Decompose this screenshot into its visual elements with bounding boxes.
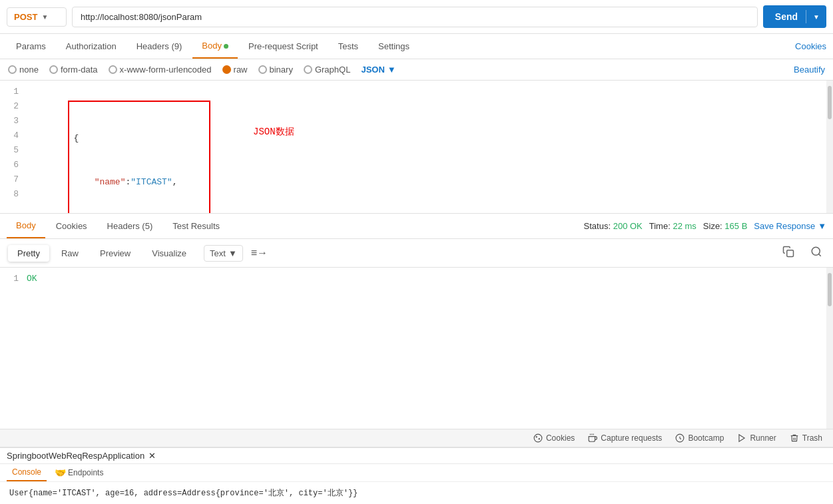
radio-none-label: none — [19, 65, 39, 75]
tab-headers[interactable]: Headers (9) — [127, 35, 192, 58]
copy-icon[interactable] — [780, 243, 797, 263]
tab-params[interactable]: Params — [7, 35, 55, 58]
response-tab-body[interactable]: Body — [7, 214, 45, 238]
top-bar: POST ▼ Send ▼ — [0, 0, 833, 34]
tab-tests[interactable]: Tests — [329, 35, 368, 58]
radio-form-data[interactable]: form-data — [49, 65, 98, 75]
svg-marker-10 — [739, 435, 744, 442]
format-raw[interactable]: Raw — [52, 245, 88, 262]
save-response-button[interactable]: Save Response ▼ — [754, 221, 826, 231]
editor-scrollbar-thumb[interactable] — [828, 86, 832, 119]
response-section: Body Cookies Headers (5) Test Results St… — [0, 214, 833, 429]
svg-point-1 — [812, 247, 820, 255]
bottom-cookies[interactable]: Cookies — [533, 433, 575, 443]
response-tab-testresults[interactable]: Test Results — [163, 214, 229, 238]
time-value: 22 ms — [673, 221, 696, 231]
code-lines: 12345678 { "name":"ITCAST", "age":16, "a… — [0, 81, 833, 214]
text-label: Text — [210, 248, 226, 258]
radio-form-data-circle — [49, 65, 58, 74]
bottom-runner[interactable]: Runner — [737, 433, 776, 443]
radio-binary[interactable]: binary — [258, 65, 293, 75]
console-output: User{name='ITCAST', age=16, address=Addr… — [0, 481, 833, 504]
radio-urlencoded-label: x-www-form-urlencoded — [120, 65, 212, 75]
app-name-label: SpringbootWebReqRespApplication — [7, 451, 144, 461]
request-tabs-bar: Params Authorization Headers (9) Body Pr… — [0, 34, 833, 59]
bottom-cookies-label: Cookies — [546, 433, 575, 443]
time-label: Time: 22 ms — [649, 221, 696, 231]
bottom-trash[interactable]: Trash — [790, 433, 822, 443]
bottom-bootcamp[interactable]: Bootcamp — [675, 433, 724, 443]
response-lines: 1 OK — [0, 268, 833, 290]
radio-raw-label: raw — [234, 65, 248, 75]
radio-urlencoded[interactable]: x-www-form-urlencoded — [109, 65, 212, 75]
size-label: Size: 165 B — [703, 221, 748, 231]
resp-line-numbers: 1 — [0, 272, 27, 286]
response-body: 1 OK — [0, 268, 833, 429]
bottom-trash-label: Trash — [802, 433, 822, 443]
format-preview[interactable]: Preview — [91, 245, 140, 262]
search-icon[interactable] — [808, 243, 825, 263]
send-button[interactable]: Send ▼ — [763, 5, 826, 28]
response-format-bar: Pretty Raw Preview Visualize Text ▼ ≡→ — [0, 239, 833, 268]
svg-point-4 — [536, 437, 537, 437]
url-input[interactable] — [72, 7, 758, 27]
radio-none[interactable]: none — [8, 65, 39, 75]
wrap-icon[interactable]: ≡→ — [251, 247, 268, 259]
editor-scrollbar[interactable] — [826, 81, 833, 213]
code-editor[interactable]: 12345678 { "name":"ITCAST", "age":16, "a… — [0, 81, 833, 214]
console-bar: SpringbootWebReqRespApplication ✕ Consol… — [0, 447, 833, 504]
resp-scrollbar[interactable] — [826, 268, 833, 429]
app-close-icon[interactable]: ✕ — [148, 451, 156, 461]
radio-none-circle — [8, 65, 17, 74]
send-arrow-icon[interactable]: ▼ — [806, 13, 826, 21]
send-label: Send — [775, 11, 806, 22]
body-type-bar: none form-data x-www-form-urlencoded raw… — [0, 59, 833, 81]
bottom-bootcamp-label: Bootcamp — [688, 433, 724, 443]
format-pretty[interactable]: Pretty — [8, 245, 49, 262]
svg-point-3 — [534, 434, 542, 442]
bottom-runner-label: Runner — [750, 433, 776, 443]
body-active-dot — [224, 44, 228, 49]
json-code-box: { "name":"ITCAST", "age":16, "address":{… — [68, 101, 210, 214]
status-label: Status: 200 OK — [584, 221, 643, 231]
svg-rect-0 — [787, 250, 794, 257]
json-label: JSON — [361, 65, 384, 75]
resp-scrollbar-thumb[interactable] — [828, 273, 832, 306]
tab-body[interactable]: Body — [192, 34, 238, 59]
tab-settings[interactable]: Settings — [369, 35, 419, 58]
console-tabs-row: Console 🤝 Endpoints — [0, 464, 833, 481]
save-response-chevron-icon: ▼ — [818, 221, 826, 231]
text-chevron-icon: ▼ — [228, 248, 237, 258]
console-tab-console[interactable]: Console — [7, 464, 47, 481]
beautify-link[interactable]: Beautify — [794, 65, 825, 75]
bottom-capture[interactable]: Capture requests — [588, 433, 662, 443]
radio-raw-circle — [222, 65, 231, 74]
json-type-select[interactable]: JSON ▼ — [361, 65, 396, 75]
console-app-row: SpringbootWebReqRespApplication ✕ — [0, 448, 833, 464]
radio-raw[interactable]: raw — [222, 65, 248, 75]
tab-prerequest[interactable]: Pre-request Script — [239, 35, 328, 58]
code-content[interactable]: { "name":"ITCAST", "age":16, "address":{… — [27, 85, 833, 214]
tab-authorization[interactable]: Authorization — [57, 35, 126, 58]
response-tabs-bar: Body Cookies Headers (5) Test Results St… — [0, 214, 833, 239]
console-output-text: User{name='ITCAST', age=16, address=Addr… — [9, 489, 358, 498]
radio-graphql-label: GraphQL — [315, 65, 350, 75]
svg-point-5 — [539, 439, 539, 439]
save-response-label: Save Response — [754, 221, 815, 231]
method-value: POST — [14, 12, 37, 22]
format-visualize[interactable]: Visualize — [142, 245, 196, 262]
json-annotation-label: JSON数据 — [253, 125, 294, 139]
resp-ok-text: OK — [27, 272, 37, 286]
cookies-link[interactable]: Cookies — [795, 41, 826, 51]
radio-graphql[interactable]: GraphQL — [304, 65, 350, 75]
endpoints-label: Endpoints — [68, 468, 103, 477]
response-tab-headers[interactable]: Headers (5) — [98, 214, 162, 238]
json-chevron-icon: ▼ — [388, 65, 396, 75]
line-numbers: 12345678 — [0, 85, 27, 214]
text-type-select[interactable]: Text ▼ — [204, 245, 243, 262]
resp-content: OK — [27, 272, 37, 286]
status-value: 200 OK — [613, 221, 643, 231]
method-selector[interactable]: POST ▼ — [7, 7, 67, 27]
response-tab-cookies[interactable]: Cookies — [47, 214, 97, 238]
console-tab-endpoints[interactable]: 🤝 Endpoints — [49, 464, 109, 481]
